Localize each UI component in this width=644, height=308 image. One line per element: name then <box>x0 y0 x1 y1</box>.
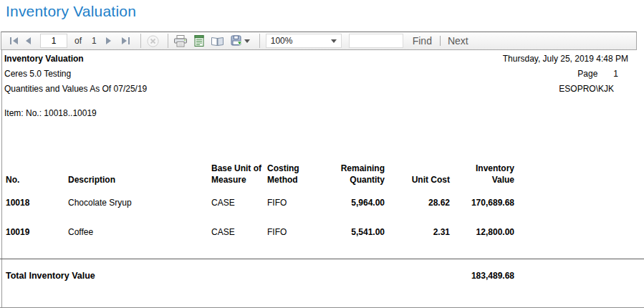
cell-uom: CASE <box>211 198 235 208</box>
cell-value: 12,800.00 <box>428 227 514 237</box>
report-page-label: Page <box>577 69 597 79</box>
cell-value: 170,689.68 <box>428 198 514 208</box>
first-page-button[interactable] <box>6 34 21 48</box>
zoom-value: 100% <box>271 36 331 46</box>
search-input[interactable] <box>349 34 403 48</box>
first-page-icon <box>9 37 19 45</box>
cell-no: 10018 <box>6 198 29 208</box>
report-toolbar: of 1 <box>1 32 637 50</box>
table-row: 10018 Chocolate Sryup CASE FIFO 5,964.00… <box>0 198 644 209</box>
cancel-rendering-button[interactable] <box>145 34 161 48</box>
report-title: Inventory Valuation <box>4 54 84 64</box>
next-page-button[interactable] <box>102 34 115 48</box>
table-header-row: No. Description Base Unit of Measure Cos… <box>0 163 644 186</box>
cell-uom: CASE <box>211 227 235 237</box>
prev-page-button[interactable] <box>21 34 34 48</box>
toolbar-separator <box>168 34 168 48</box>
print-layout-button[interactable] <box>191 34 207 48</box>
cell-costing: FIFO <box>267 227 287 237</box>
cell-description: Chocolate Sryup <box>68 198 132 208</box>
column-header-uom: Base Unit of Measure <box>211 163 261 186</box>
next-page-icon <box>105 37 112 45</box>
report-page-indicator: Page1 <box>577 69 618 79</box>
print-icon <box>173 35 188 47</box>
page-setup-button[interactable] <box>210 34 226 48</box>
total-separator-line <box>0 259 644 259</box>
report-filter: Item: No.: 10018..10019 <box>4 108 97 118</box>
column-header-description: Description <box>68 174 115 186</box>
print-button[interactable] <box>173 34 188 48</box>
column-header-value: Inventory Value <box>428 163 514 186</box>
total-value: 183,489.68 <box>428 271 514 281</box>
company-name: Ceres 5.0 Testing <box>4 69 71 79</box>
find-next-separator <box>440 36 441 46</box>
total-pages-label: 1 <box>92 36 97 46</box>
prev-page-icon <box>24 37 32 45</box>
of-label: of <box>75 36 82 46</box>
cancel-icon <box>147 35 159 47</box>
report-user: ESOPRO\KJK <box>559 84 614 94</box>
cell-no: 10019 <box>6 227 29 237</box>
page-setup-icon <box>211 36 224 47</box>
report-page: Inventory Valuation Ceres 5.0 Testing Qu… <box>0 50 644 308</box>
column-header-no: No. <box>6 174 19 186</box>
zoom-dropdown-caret-icon <box>331 39 337 43</box>
last-page-icon <box>121 37 130 45</box>
zoom-select[interactable]: 100% <box>266 34 342 48</box>
report-subtitle: Quantities and Values As Of 07/25/19 <box>4 84 147 94</box>
total-label: Total Inventory Value <box>6 271 95 281</box>
table-row: 10019 Coffee CASE FIFO 5,541.00 2.31 12,… <box>0 227 644 239</box>
page-title: Inventory Valuation <box>6 3 136 20</box>
report-page-number: 1 <box>613 69 618 79</box>
cell-description: Coffee <box>68 227 93 237</box>
find-button[interactable]: Find <box>413 35 432 47</box>
export-button[interactable] <box>229 34 253 48</box>
total-row: Total Inventory Value 183,489.68 <box>0 271 644 282</box>
page-number-input[interactable] <box>40 34 67 48</box>
next-match-button[interactable]: Next <box>448 35 468 47</box>
report-viewer-window: Inventory Valuation of 1 <box>0 0 644 308</box>
column-header-costing: Costing Method <box>267 163 299 186</box>
print-layout-icon <box>193 35 205 47</box>
toolbar-separator <box>140 34 141 48</box>
export-dropdown-caret-icon <box>244 39 250 43</box>
export-icon <box>231 35 242 47</box>
cell-costing: FIFO <box>267 198 287 208</box>
last-page-button[interactable] <box>118 34 134 48</box>
toolbar-separator <box>259 34 260 48</box>
report-datetime: Thursday, July 25, 2019 4:48 PM <box>503 54 628 64</box>
